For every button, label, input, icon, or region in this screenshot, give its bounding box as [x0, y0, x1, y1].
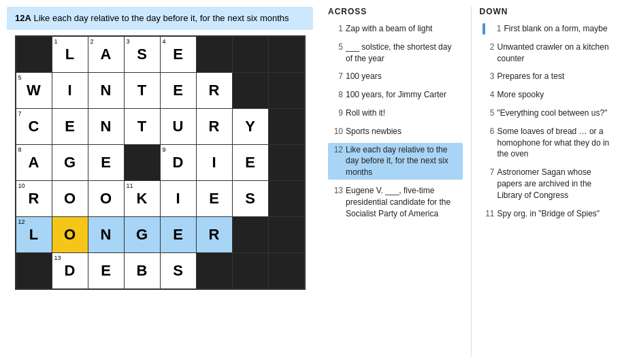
grid-cell[interactable]: E — [88, 253, 124, 288]
cell-letter: E — [173, 82, 183, 99]
grid-cell[interactable]: 5W — [16, 73, 52, 108]
cell-letter: R — [29, 190, 39, 208]
cell-letter: S — [137, 46, 147, 63]
grid-cell[interactable]: N — [88, 73, 124, 108]
down-clue-item[interactable]: 2Unwanted crawler on a kitchen counter — [480, 40, 615, 66]
down-clue-item[interactable]: 3Prepares for a test — [480, 69, 615, 84]
grid-cell[interactable]: 4E — [161, 37, 196, 72]
grid-cell[interactable]: I — [161, 181, 196, 216]
grid-cell[interactable]: Y — [233, 109, 268, 144]
clue-text: ___ solstice, the shortest day of the ye… — [346, 42, 460, 65]
grid-cell — [16, 253, 52, 288]
clue-num: 4 — [482, 89, 495, 101]
clue-text: More spooky — [497, 89, 612, 101]
grid-cell[interactable]: T — [125, 73, 160, 108]
cell-letter: G — [64, 154, 76, 171]
cell-letter: A — [101, 46, 112, 63]
grid-cell[interactable]: S — [233, 181, 268, 216]
grid-cell[interactable]: N — [88, 109, 124, 144]
across-clue-item[interactable]: 8100 years, for Jimmy Carter — [328, 88, 463, 102]
cell-letter: O — [100, 190, 112, 208]
cell-number: 7 — [18, 110, 22, 117]
grid-cell[interactable]: O — [52, 217, 88, 252]
grid-cell[interactable]: 13D — [52, 253, 88, 288]
across-clue-item[interactable]: 7100 years — [328, 69, 463, 84]
clue-text: Some loaves of bread … or a homophone fo… — [497, 126, 612, 160]
down-clue-item[interactable]: 1First blank on a form, maybe — [480, 22, 615, 36]
grid-cell — [269, 253, 304, 288]
grid-cell[interactable]: 8A — [16, 145, 52, 180]
grid-cell — [16, 37, 52, 72]
across-clue-item[interactable]: 12Like each day relative to the day befo… — [328, 143, 463, 180]
grid-cell[interactable]: T — [125, 109, 160, 144]
cell-number: 13 — [54, 254, 61, 261]
grid-cell[interactable]: R — [197, 109, 232, 144]
grid-cell[interactable]: E — [88, 145, 124, 180]
cell-letter: B — [137, 262, 148, 280]
across-clue-item[interactable]: 13Eugene V. ___, five-time presidential … — [328, 184, 463, 220]
grid-cell — [269, 37, 304, 72]
down-clue-item[interactable]: 11Spy org. in "Bridge of Spies" — [480, 207, 615, 221]
cell-letter: L — [29, 226, 38, 244]
cell-number: 11 — [127, 182, 133, 189]
grid-cell[interactable]: 12L — [16, 217, 52, 252]
cell-number: 12 — [18, 218, 25, 225]
cell-letter: N — [101, 82, 112, 99]
clue-text: Like each day relative to the day before… — [346, 144, 460, 178]
grid-cell[interactable]: I — [52, 73, 88, 108]
grid-cell[interactable]: O — [52, 181, 88, 216]
down-clue-item[interactable]: 4More spooky — [480, 88, 615, 102]
grid-cell[interactable]: R — [197, 217, 232, 252]
clue-text: Eugene V. ___, five-time presidential ca… — [346, 185, 460, 219]
grid-cell[interactable]: E — [197, 181, 232, 216]
grid-cell[interactable]: E — [52, 109, 88, 144]
cell-letter: D — [65, 262, 76, 280]
grid-cell[interactable]: G — [125, 217, 160, 252]
grid-cell — [233, 37, 268, 72]
clue-num: 13 — [331, 185, 343, 219]
clue-text: Astronomer Sagan whose papers are archiv… — [497, 167, 612, 201]
grid-cell[interactable]: I — [197, 145, 232, 180]
cell-letter: E — [101, 154, 111, 171]
across-clue-item[interactable]: 5___ solstice, the shortest day of the y… — [328, 40, 463, 66]
grid-cell[interactable]: 1L — [52, 37, 88, 72]
cell-letter: E — [173, 226, 183, 244]
across-clue-item[interactable]: 1Zap with a beam of light — [328, 22, 463, 36]
cell-letter: R — [209, 82, 220, 99]
down-indicator — [482, 23, 485, 35]
grid-cell[interactable]: E — [161, 73, 196, 108]
grid-cell — [269, 217, 304, 252]
grid-cell[interactable]: 11K — [125, 181, 160, 216]
grid-cell[interactable]: R — [197, 73, 232, 108]
cell-letter: N — [101, 226, 112, 244]
grid-cell[interactable]: B — [125, 253, 160, 288]
grid-cell — [269, 73, 304, 108]
grid-cell — [269, 181, 304, 216]
across-clue-item[interactable]: 9Roll with it! — [328, 106, 463, 120]
grid-cell — [197, 253, 232, 288]
grid-cell[interactable]: 7C — [16, 109, 52, 144]
clue-text: Spy org. in "Bridge of Spies" — [497, 208, 612, 220]
grid-cell[interactable]: 2A — [88, 37, 124, 72]
grid-cell[interactable]: G — [52, 145, 88, 180]
grid-cell[interactable]: 9D — [161, 145, 196, 180]
grid-cell — [197, 37, 232, 72]
grid-cell[interactable]: N — [88, 217, 124, 252]
grid-cell[interactable]: S — [161, 253, 196, 288]
grid-cell[interactable]: E — [161, 217, 196, 252]
down-clue-item[interactable]: 7Astronomer Sagan whose papers are archi… — [480, 165, 615, 202]
cell-letter: N — [101, 118, 112, 135]
cell-letter: C — [29, 118, 39, 135]
cell-letter: E — [65, 118, 75, 135]
grid-cell[interactable]: E — [233, 145, 268, 180]
down-clue-item[interactable]: 6Some loaves of bread … or a homophone f… — [480, 125, 615, 161]
grid-cell[interactable]: O — [88, 181, 124, 216]
down-clue-item[interactable]: 5"Everything cool between us?" — [480, 106, 615, 120]
grid-cell[interactable]: 3S — [125, 37, 160, 72]
clue-num: 1 — [489, 23, 502, 35]
grid-cell[interactable]: 10R — [16, 181, 52, 216]
across-clue-item[interactable]: 10Sports newbies — [328, 125, 463, 139]
crossword-panel: 12A Like each day relative to the day be… — [0, 0, 320, 364]
cell-letter: W — [27, 82, 41, 99]
grid-cell[interactable]: U — [161, 109, 196, 144]
